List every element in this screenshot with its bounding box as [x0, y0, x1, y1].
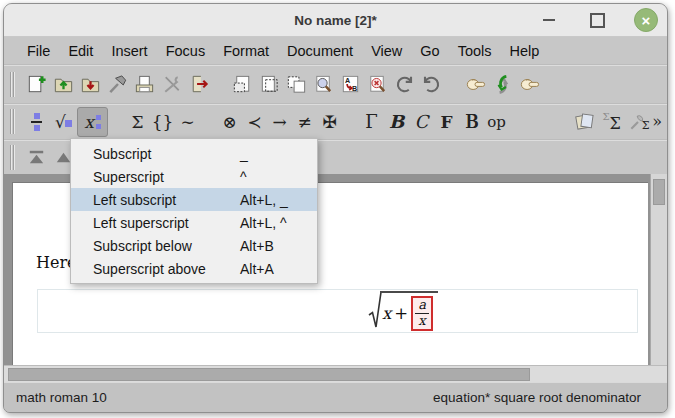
open-document-button[interactable] — [50, 71, 77, 98]
radicand: x+ax — [380, 291, 438, 331]
back-button[interactable] — [462, 71, 489, 98]
square-root-button[interactable]: √ — [50, 108, 77, 135]
spell-check-button[interactable] — [364, 71, 391, 98]
braces-button[interactable]: {} — [150, 109, 175, 135]
fraction-icon — [31, 113, 42, 131]
status-bar: math roman 10 equation* square root deno… — [4, 382, 667, 412]
replace-icon: AB — [339, 73, 362, 96]
save-document-icon — [79, 73, 102, 96]
equation-block[interactable]: x+ax — [37, 289, 638, 333]
undo-button[interactable] — [391, 71, 418, 98]
papers-button[interactable] — [571, 108, 598, 135]
copy-icon — [258, 73, 281, 96]
texmacs-window: No name [2]* × File Edit Insert Focus Fo… — [3, 3, 668, 413]
menu-item-subscript[interactable]: Subscript_ — [71, 142, 317, 165]
papers-icon — [573, 110, 596, 133]
cross-symbol-button[interactable]: ✠ — [317, 109, 342, 135]
exit-icon — [187, 73, 210, 96]
redo-button[interactable] — [418, 71, 445, 98]
hand-forward-icon — [518, 73, 541, 96]
menu-item-superscript-above[interactable]: Superscript aboveAlt+A — [71, 257, 317, 280]
menu-item-subscript-below[interactable]: Subscript belowAlt+B — [71, 234, 317, 257]
scripts-dropdown-menu: Subscript_ Superscript^ Left subscriptAl… — [70, 138, 318, 284]
menu-edit[interactable]: Edit — [59, 43, 102, 59]
math-formula[interactable]: x+ax — [368, 291, 438, 331]
arrow-button[interactable]: → — [267, 109, 292, 135]
forward-button[interactable] — [516, 71, 543, 98]
cut-icon — [231, 73, 254, 96]
new-document-button[interactable] — [23, 71, 50, 98]
sum-button[interactable]: Σ — [125, 109, 150, 135]
fraction-denominator: x — [415, 313, 429, 329]
menu-view[interactable]: View — [362, 43, 411, 59]
shortcut-label: ^ — [240, 169, 247, 185]
undo-icon — [393, 73, 416, 96]
minimize-icon — [543, 19, 555, 21]
fraction-button[interactable] — [23, 108, 50, 135]
paste-button[interactable] — [283, 71, 310, 98]
menu-tools[interactable]: Tools — [449, 43, 501, 59]
horizontal-scrollbar-thumb[interactable] — [8, 368, 530, 381]
menu-file[interactable]: File — [18, 43, 59, 59]
menu-insert[interactable]: Insert — [102, 43, 156, 59]
minimize-button[interactable] — [538, 9, 560, 31]
menu-bar: File Edit Insert Focus Format Document V… — [4, 37, 667, 64]
search-button[interactable] — [310, 71, 337, 98]
operator-button[interactable]: op — [484, 109, 509, 135]
vertical-scrollbar-thumb[interactable] — [653, 179, 665, 205]
greek-button[interactable]: Γ — [359, 109, 384, 135]
toolbar-overflow-button[interactable]: » — [652, 112, 662, 131]
save-document-button[interactable] — [77, 71, 104, 98]
maximize-button[interactable] — [586, 9, 608, 31]
menu-help[interactable]: Help — [501, 43, 549, 59]
redo-icon — [420, 73, 443, 96]
wide-tilde-button[interactable]: ∼ — [175, 109, 200, 135]
menu-item-left-subscript[interactable]: Left subscriptAlt+L, _ — [71, 188, 317, 211]
toolbar-drag-handle[interactable] — [10, 145, 15, 170]
neq-button[interactable]: ≠ — [292, 109, 317, 135]
menu-format[interactable]: Format — [214, 43, 278, 59]
reload-icon — [491, 73, 514, 96]
math-tools-button[interactable]: Σ — [625, 108, 652, 135]
status-left: math roman 10 — [16, 390, 107, 405]
copy-button[interactable] — [256, 71, 283, 98]
jump-to-top-button[interactable] — [23, 144, 50, 171]
toolbar-drag-handle[interactable] — [10, 72, 15, 97]
otimes-button[interactable]: ⊗ — [217, 109, 242, 135]
scripts-button[interactable]: x — [77, 107, 108, 137]
search-icon — [312, 73, 335, 96]
toolbar-drag-handle[interactable] — [10, 109, 15, 134]
wrench-sigma-icon: Σ — [628, 111, 650, 132]
reload-button[interactable] — [489, 71, 516, 98]
menu-go[interactable]: Go — [411, 43, 448, 59]
close-button[interactable]: × — [634, 8, 658, 32]
close-icon: × — [642, 13, 651, 28]
bold-math-button[interactable]: B — [384, 109, 409, 135]
status-right: equation* square root denominator — [433, 390, 641, 405]
main-toolbar: AB — [4, 64, 667, 103]
title-bar[interactable]: No name [2]* × — [4, 4, 667, 37]
menu-item-superscript[interactable]: Superscript^ — [71, 165, 317, 188]
menu-document[interactable]: Document — [278, 43, 362, 59]
quit-button[interactable] — [185, 71, 212, 98]
sigma-list-button[interactable]: ΣΣ — [598, 108, 625, 135]
preferences-button[interactable] — [158, 71, 185, 98]
print-button[interactable] — [131, 71, 158, 98]
fraktur-button[interactable]: F — [434, 109, 459, 135]
replace-button[interactable]: AB — [337, 71, 364, 98]
blackboard-button[interactable]: B — [459, 109, 484, 135]
paste-icon — [285, 73, 308, 96]
compile-style-button[interactable] — [104, 71, 131, 98]
prec-button[interactable]: ≺ — [242, 109, 267, 135]
hand-back-icon — [464, 73, 487, 96]
horizontal-scrollbar[interactable] — [4, 365, 667, 382]
spell-check-icon — [366, 73, 389, 96]
radicand-x: x — [382, 304, 391, 323]
cut-button[interactable] — [229, 71, 256, 98]
vertical-scrollbar[interactable] — [650, 174, 667, 365]
menu-item-left-superscript[interactable]: Left superscriptAlt+L, ^ — [71, 211, 317, 234]
calligraphic-button[interactable]: C — [409, 109, 434, 135]
focused-fraction[interactable]: ax — [411, 296, 433, 331]
open-document-icon — [52, 73, 75, 96]
menu-focus[interactable]: Focus — [157, 43, 215, 59]
